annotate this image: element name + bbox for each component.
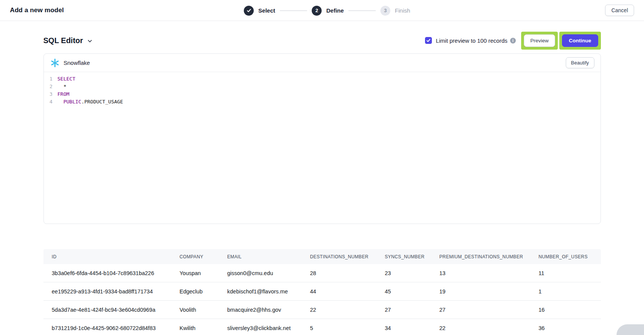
results-table: IDCOMPANYEMAILDESTINATIONS_NUMBERSYNCS_N… [43,249,601,335]
source-badge: Snowflake [50,58,90,68]
table-cell: 22 [310,307,385,313]
step-select: Select [244,6,275,16]
editor-header: Snowflake Beautify [44,54,601,72]
code-line: 4 PUBLIC.PRODUCT_USAGE [44,98,601,106]
editor-type-label: SQL Editor [43,36,83,45]
line-number: 2 [44,83,58,90]
table-cell: b731219d-1c0e-4425-9062-680722d84f83 [52,325,180,331]
page-title: Add a new model [10,6,64,14]
stepper: Select 2 Define 3 Finish [244,0,410,21]
preview-button[interactable]: Preview [524,34,555,47]
step-select-check-icon [244,6,254,16]
step-connector [348,10,376,11]
table-cell: 13 [440,270,539,276]
column-header: SYNCS_NUMBER [385,254,440,259]
column-header: NUMBER_OF_USERS [539,254,601,259]
table-cell: 28 [310,270,385,276]
table-row: ee195229-a913-4fd1-9334-bad8ff171734Edge… [43,282,601,301]
table-header-row: IDCOMPANYEMAILDESTINATIONS_NUMBERSYNCS_N… [43,249,601,264]
toolbar-right: Limit preview to 100 records i Preview C… [425,32,601,50]
preview-button-highlight: Preview [521,32,558,50]
step-define-number: 2 [312,6,322,16]
limit-preview-checkbox[interactable] [425,37,432,44]
table-cell: ee195229-a913-4fd1-9334-bad8ff171734 [52,288,180,295]
table-cell: Edgeclub [180,288,227,295]
code-text: SELECT [58,75,76,83]
limit-preview-label: Limit preview to 100 records [436,37,507,44]
column-header: ID [52,254,180,259]
chevron-down-icon [87,38,93,44]
corner-widget-fragment [617,324,644,335]
table-cell: 23 [385,270,440,276]
table-cell: 5da3d7ae-4e81-424f-bc94-3e604cd0969a [52,307,180,313]
line-number: 4 [44,98,58,106]
table-row: 3b3a0ef6-6fda-4454-b104-7c89631ba226Yous… [43,264,601,282]
line-number: 1 [44,75,58,83]
table-cell: 22 [440,325,539,331]
column-header: EMAIL [227,254,310,259]
info-icon[interactable]: i [510,38,516,43]
sql-editor-panel: Snowflake Beautify 1SELECT2 *3FROM4 PUBL… [43,53,601,224]
table-cell: 5 [310,325,385,331]
cancel-button[interactable]: Cancel [605,5,634,16]
table-cell: 44 [310,288,385,295]
table-cell: 1 [539,288,601,295]
code-line: 3FROM [44,90,601,98]
column-header: COMPANY [180,254,227,259]
table-cell: Voolith [180,307,227,313]
step-select-label: Select [258,7,275,14]
table-cell: 36 [539,325,601,331]
column-header: DESTINATIONS_NUMBER [310,254,385,259]
table-cell: kdebischof1@flavors.me [227,288,310,295]
table-cell: 19 [440,288,539,295]
table-cell: Kwilith [180,325,227,331]
step-define: 2 Define [312,6,344,16]
column-header: PREMIUM_DESTINATIONS_NUMBER [440,254,539,259]
top-bar: Add a new model Select 2 Define 3 Finish… [0,0,644,21]
table-cell: 16 [539,307,601,313]
step-finish-number: 3 [380,6,390,16]
beautify-button[interactable]: Beautify [566,57,594,68]
continue-button-highlight: Continue [559,32,601,50]
code-text: * [58,83,66,90]
table-cell: 3b3a0ef6-6fda-4454-b104-7c89631ba226 [52,270,180,276]
editor-type-dropdown[interactable]: SQL Editor [43,36,93,45]
source-name: Snowflake [64,60,90,66]
table-row: b731219d-1c0e-4425-9062-680722d84f83Kwil… [43,319,601,335]
snowflake-icon [50,58,60,68]
table-body: 3b3a0ef6-6fda-4454-b104-7c89631ba226Yous… [43,264,601,335]
code-line: 1SELECT [44,75,601,83]
sql-code-editor[interactable]: 1SELECT2 *3FROM4 PUBLIC.PRODUCT_USAGE [44,72,601,109]
step-define-label: Define [326,7,344,14]
table-cell: 11 [539,270,601,276]
step-finish: 3 Finish [380,6,410,16]
editor-toolbar: SQL Editor Limit preview to 100 records … [43,30,601,51]
table-cell: 45 [385,288,440,295]
step-finish-label: Finish [395,7,410,14]
table-cell: sliversley3@clickbank.net [227,325,310,331]
code-text: PUBLIC.PRODUCT_USAGE [58,98,123,106]
table-cell: Youspan [180,270,227,276]
table-cell: 34 [385,325,440,331]
continue-button[interactable]: Continue [562,34,598,47]
line-number: 3 [44,90,58,98]
code-text: FROM [58,90,69,98]
table-row: 5da3d7ae-4e81-424f-bc94-3e604cd0969aVool… [43,301,601,319]
table-cell: bmacquire2@hhs.gov [227,307,310,313]
code-line: 2 * [44,83,601,90]
table-cell: gisson0@cmu.edu [227,270,310,276]
table-cell: 27 [385,307,440,313]
step-connector [280,10,307,11]
table-cell: 27 [440,307,539,313]
